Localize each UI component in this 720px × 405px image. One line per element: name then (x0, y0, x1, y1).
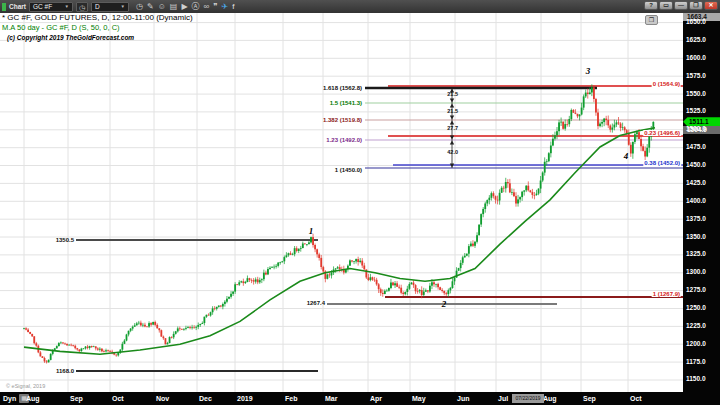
chart-indicator (2, 3, 6, 11)
price-tick: 1625.0 (686, 37, 706, 44)
price-tick: 1350.0 (686, 234, 706, 241)
price-tick: 1300.0 (686, 269, 706, 276)
price-tick: 1275.0 (686, 287, 706, 294)
dyn-mode-label[interactable]: Dyn (3, 395, 16, 402)
symbol-dropdown[interactable]: GC #F ▼ (29, 2, 73, 12)
month-label: Nov (156, 395, 169, 402)
candlestick-chart-canvas[interactable] (0, 13, 683, 392)
price-tick: 1500.0 (686, 126, 706, 133)
price-tick: 1475.0 (686, 144, 706, 151)
face-icon[interactable]: ☺ (158, 1, 166, 13)
maximize-button[interactable]: ▭ (659, 1, 673, 10)
toolbar: Chart GC #F ▼ ◷ D ▼ ◷✎☺▤▶Ⓐ∞❞✈f ?▭—❐✕ (0, 0, 720, 13)
chart-restore-icon[interactable]: ❐ (645, 15, 658, 25)
interval-value: D (95, 3, 100, 10)
month-label: 2019 (237, 395, 253, 402)
toolbar-icon-row: ◷✎☺▤▶Ⓐ∞❞✈f (136, 1, 235, 13)
price-tick: 1150.0 (686, 376, 706, 383)
month-label: Sep (70, 395, 83, 402)
chat-bubble-icon[interactable]: ❞ (213, 1, 217, 13)
link-icon[interactable]: ∞ (204, 1, 210, 13)
interval-dropdown[interactable]: D ▼ (91, 2, 129, 12)
esignal-chart-window: Chart GC #F ▼ ◷ D ▼ ◷✎☺▤▶Ⓐ∞❞✈f ?▭—❐✕ * G… (0, 0, 720, 405)
symbol-value: GC #F (33, 3, 52, 10)
month-label: Aug (26, 395, 40, 402)
price-tick: 1550.0 (686, 91, 706, 98)
month-label: Apr (370, 395, 382, 402)
pencil-draw-icon[interactable]: ✎ (147, 1, 154, 13)
candlestick-plot (0, 13, 683, 392)
price-tick: 1175.0 (686, 359, 706, 366)
restore-button[interactable]: ❐ (689, 1, 703, 10)
minimize-button[interactable]: — (674, 1, 688, 10)
time-template-icon[interactable]: ◷ (76, 2, 88, 12)
price-tick: 1425.0 (686, 180, 706, 187)
month-label: Dec (199, 395, 212, 402)
price-tick: 1650.0 (686, 19, 706, 26)
time-axis[interactable]: Dyn ▦ AugSepOctNovDec2019FebMarAprMayJun… (0, 392, 683, 405)
price-tick: 1600.0 (686, 55, 706, 62)
play-icon[interactable]: ▶ (181, 1, 187, 13)
month-label: Jun (457, 395, 469, 402)
price-tick: 1575.0 (686, 73, 706, 80)
ma-study-label: M.A 50 day - GC #F, D (S, 50, 0, C) (2, 24, 193, 32)
esignal-watermark: © eSignal, 2019 (6, 383, 45, 389)
price-tick: 1325.0 (686, 251, 706, 258)
twitter-icon[interactable]: ✈ (222, 1, 229, 13)
month-label: Feb (285, 395, 297, 402)
month-label: Jul (498, 395, 508, 402)
price-tick: 1525.0 (686, 108, 706, 115)
alerts-icon[interactable]: Ⓐ (192, 1, 200, 13)
window-controls: ?▭—❐✕ (644, 1, 718, 10)
clock-icon[interactable]: ◷ (136, 1, 143, 13)
chevron-down-icon: ▼ (65, 4, 69, 9)
month-label: Oct (112, 395, 124, 402)
month-label: May (412, 395, 426, 402)
toolbar-title: Chart (9, 3, 26, 10)
chart-title: * GC #F, GOLD FUTURES, D, 12:00-11:00 (D… (2, 14, 193, 22)
month-label: Mar (325, 395, 337, 402)
close-button[interactable]: ✕ (704, 1, 718, 10)
price-tick: 1450.0 (686, 162, 706, 169)
notes-icon[interactable]: ▤ (170, 1, 178, 13)
crosshair-date-tag: 07/22/2019 (512, 394, 544, 403)
chevron-down-icon: ▼ (121, 4, 125, 9)
price-tick: 1200.0 (686, 341, 706, 348)
price-tick: 1225.0 (686, 323, 706, 330)
month-label: Oct (630, 395, 642, 402)
month-label: Aug (543, 395, 557, 402)
facebook-icon[interactable]: f (232, 1, 234, 13)
price-tick: 1250.0 (686, 305, 706, 312)
copyright-notice: (c) Copyright 2019 TheGoldForecast.com (7, 35, 193, 42)
price-tick: 1400.0 (686, 198, 706, 205)
chart-title-block: * GC #F, GOLD FUTURES, D, 12:00-11:00 (D… (2, 14, 193, 41)
month-label: Sep (583, 395, 596, 402)
help-button[interactable]: ? (644, 1, 658, 10)
price-axis[interactable]: 1663.4 1511.1 1504.9 1650.01625.01600.01… (683, 13, 720, 405)
price-tick: 1375.0 (686, 216, 706, 223)
